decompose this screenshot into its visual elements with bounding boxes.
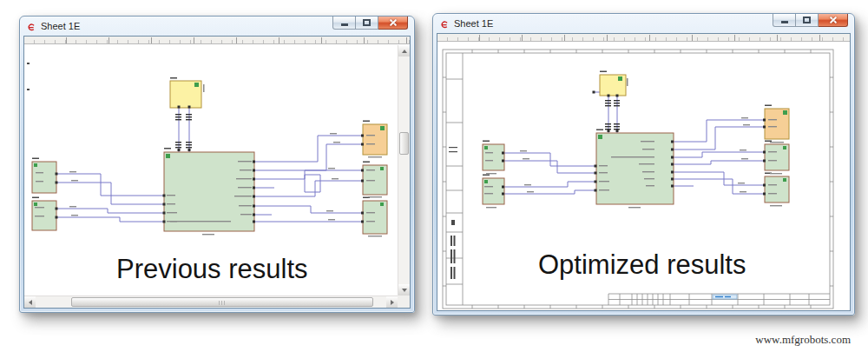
app-icon (26, 21, 36, 31)
sheet-content: Optimized results (437, 33, 851, 311)
horizontal-ruler (24, 37, 410, 44)
scroll-left-arrow[interactable] (24, 296, 36, 308)
scroll-down-arrow[interactable] (398, 284, 410, 296)
window-optimized: Sheet 1E (432, 13, 855, 315)
schematic-canvas-previous[interactable]: Previous results (24, 45, 410, 308)
main-block[interactable] (164, 152, 254, 231)
close-icon (828, 16, 838, 24)
caption-previous[interactable]: Previous results (116, 254, 308, 285)
arrow-up-icon (402, 50, 407, 53)
titlebar[interactable]: Sheet 1E (433, 14, 854, 33)
scroll-up-arrow[interactable] (398, 45, 410, 56)
window-controls (332, 17, 408, 30)
titlebar[interactable]: Sheet 1E (20, 17, 414, 36)
window-title: Sheet 1E (41, 21, 80, 31)
minimize-icon (781, 21, 788, 23)
close-button[interactable] (378, 17, 408, 30)
caption-optimized[interactable]: Optimized results (538, 249, 746, 281)
arrow-left-icon (29, 300, 32, 305)
window-previous: Sheet 1E (19, 16, 415, 313)
window-title: Sheet 1E (454, 18, 493, 29)
horizontal-ruler (437, 34, 850, 42)
minimize-icon (341, 23, 348, 26)
arrow-right-icon (391, 300, 394, 305)
sheet-content: Previous results (23, 36, 411, 309)
horizontal-scroll-thumb[interactable] (71, 297, 373, 307)
maximize-icon (803, 17, 811, 23)
vertical-scroll-thumb[interactable] (399, 132, 409, 155)
vertical-scrollbar[interactable] (398, 45, 410, 296)
watermark-text: www.mfgrobots.com (755, 333, 851, 347)
arrow-down-icon (402, 289, 407, 292)
schematic-canvas-optimized[interactable]: Optimized results (437, 43, 850, 310)
minimize-button[interactable] (773, 14, 796, 27)
maximize-button[interactable] (356, 17, 378, 30)
maximize-icon (363, 19, 371, 26)
close-button[interactable] (819, 14, 848, 27)
maximize-button[interactable] (796, 14, 819, 27)
main-block[interactable] (596, 133, 674, 204)
scroll-right-arrow[interactable] (386, 296, 398, 308)
scrollbar-corner (398, 296, 410, 308)
close-icon (388, 18, 398, 27)
minimize-button[interactable] (332, 17, 356, 30)
desktop: Sheet 1E (0, 0, 868, 352)
title-block-highlight (713, 295, 737, 299)
window-controls (773, 14, 848, 27)
app-icon (439, 18, 450, 29)
horizontal-scrollbar[interactable] (24, 296, 398, 308)
